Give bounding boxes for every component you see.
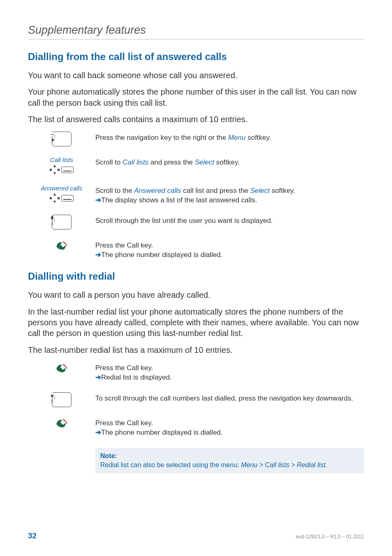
step-row: Press the Call key. ➔The phone number di… — [28, 416, 364, 438]
step-text: Scroll to the Answered calls call list a… — [95, 184, 364, 205]
mini-nav-icon — [50, 193, 60, 203]
step-icon-label: Call lists — [50, 156, 73, 163]
section2-p3: The last-number redial list has a maximu… — [28, 345, 364, 355]
step-row: Press the Call key. ➔Redial list is disp… — [28, 361, 364, 382]
arrow-icon: ➔ — [95, 251, 101, 259]
arrow-icon: ➔ — [95, 429, 101, 436]
arrow-icon: ➔ — [95, 373, 101, 381]
page-footer: 32 eud-1292/1.0 – R1.0 – 01.2011 — [28, 531, 364, 540]
svg-point-0 — [66, 245, 67, 246]
mini-nav-icon — [50, 165, 60, 175]
softkey-combo-icon: Call lists — [28, 155, 95, 175]
step-row: Press the Call key. ➔The phone number di… — [28, 239, 364, 260]
nav-key-icon — [28, 214, 95, 229]
note-box: Note: Redial list can also be selected u… — [95, 448, 364, 473]
navigation-key-icon — [52, 215, 71, 229]
section2-heading: Dialling with redial — [28, 271, 364, 282]
step-row: Scroll through the list until the user y… — [28, 214, 364, 229]
step-text: Scroll to Call lists and press the Selec… — [95, 155, 364, 167]
arrow-icon: ➔ — [95, 196, 101, 204]
header-rule — [28, 39, 364, 39]
step-text: Press the Call key. ➔The phone number di… — [95, 416, 364, 438]
step-row: Press the navigation key to the right or… — [28, 131, 364, 146]
section1-steps: Press the navigation key to the right or… — [28, 131, 364, 260]
call-key-icon — [28, 239, 95, 251]
section1-p1: You want to call back someone whose call… — [28, 70, 364, 81]
document-id: eud-1292/1.0 – R1.0 – 01.2011 — [296, 534, 364, 540]
softkey-button-icon — [61, 195, 74, 202]
svg-point-1 — [66, 368, 67, 369]
step-text: Press the Call key. ➔Redial list is disp… — [95, 361, 364, 382]
note-body: Redial list can also be selected using t… — [100, 461, 327, 468]
page-number: 32 — [28, 531, 37, 540]
step-text: Press the navigation key to the right or… — [95, 131, 364, 143]
step-text: Scroll through the list until the user y… — [95, 214, 364, 226]
note-label: Note: — [100, 452, 359, 461]
call-key-icon — [28, 361, 95, 373]
softkey-combo-icon: Answered calls — [28, 184, 95, 203]
section2-p1: You want to call a person you have alrea… — [28, 290, 364, 300]
step-text: Press the Call key. ➔The phone number di… — [95, 239, 364, 260]
navigation-key-icon — [52, 132, 71, 146]
step-text: To scroll through the call numbers last … — [95, 392, 364, 403]
step-row: Answered calls Scroll to the Answered ca… — [28, 184, 364, 205]
section2-steps: Press the Call key. ➔Redial list is disp… — [28, 361, 364, 438]
call-key-icon — [28, 416, 95, 429]
step-row: Call lists Scroll to Call lists and pres… — [28, 155, 364, 175]
chapter-title: Supplementary features — [28, 24, 364, 37]
section2-p2: In the last-number redial list your phon… — [28, 306, 364, 339]
step-icon-label: Answered calls — [41, 185, 83, 192]
step-row: To scroll through the call numbers last … — [28, 392, 364, 407]
section1-p2: Your phone automatically stores the phon… — [28, 86, 364, 108]
nav-key-icon — [28, 131, 95, 146]
navigation-key-icon — [52, 392, 71, 407]
svg-point-2 — [66, 423, 67, 424]
section1-p3: The list of answered calls contains a ma… — [28, 114, 364, 125]
nav-key-icon — [28, 392, 95, 407]
softkey-button-icon — [61, 167, 74, 173]
section1-heading: Dialling from the call list of answered … — [28, 51, 364, 63]
